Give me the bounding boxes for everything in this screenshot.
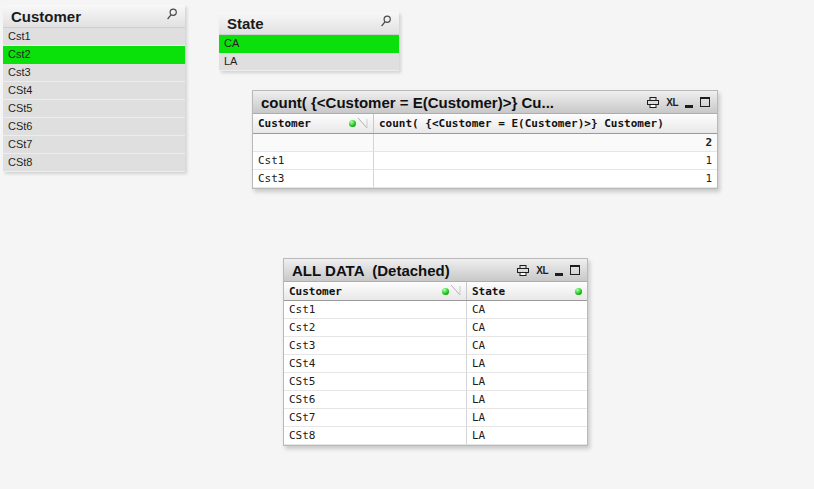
- table-row: CSt6 LA: [284, 391, 587, 409]
- customer-cell[interactable]: CSt6: [284, 391, 467, 409]
- customer-cell[interactable]: Cst1: [284, 301, 467, 319]
- state-cell[interactable]: LA: [467, 355, 587, 373]
- listbox-item-selected[interactable]: CA: [219, 35, 399, 53]
- customer-cell[interactable]: CSt4: [284, 355, 467, 373]
- column-header-state[interactable]: State: [467, 282, 587, 300]
- count-table-caption[interactable]: count( {<Customer = E(Customer)>} Cu... …: [253, 91, 717, 114]
- customer-cell[interactable]: CSt5: [284, 373, 467, 391]
- count-table-title: count( {<Customer = E(Customer)>} Cu...: [261, 94, 554, 111]
- header-tools: [575, 288, 582, 295]
- selection-indicator-icon: [349, 120, 356, 127]
- table-row: Cst3 CA: [284, 337, 587, 355]
- listbox-item[interactable]: Cst1: [3, 28, 185, 46]
- search-icon[interactable]: [378, 14, 393, 32]
- count-table-header: Customer count( {<Customer = E(Customer)…: [253, 114, 717, 134]
- table-row: Cst2 CA: [284, 319, 587, 337]
- state-listbox-caption[interactable]: State: [219, 12, 399, 35]
- customer-cell[interactable]: Cst2: [284, 319, 467, 337]
- value-cell: 1: [374, 170, 717, 188]
- customer-cell[interactable]: Cst1: [253, 152, 374, 170]
- sort-indicator-icon: [450, 283, 461, 299]
- count-table: count( {<Customer = E(Customer)>} Cu... …: [252, 90, 718, 189]
- state-listbox: State CA LA: [219, 12, 399, 71]
- table-row: CSt5 LA: [284, 373, 587, 391]
- excel-export-icon[interactable]: XL: [666, 97, 678, 108]
- state-cell[interactable]: LA: [467, 427, 587, 445]
- state-listbox-items: CA LA: [219, 35, 399, 71]
- table-row: CSt4 LA: [284, 355, 587, 373]
- excel-export-icon[interactable]: XL: [536, 265, 548, 276]
- table-row: CSt8 LA: [284, 427, 587, 445]
- total-customer-cell: [253, 134, 374, 152]
- all-data-table-caption[interactable]: ALL DATA (Detached) XL: [284, 259, 587, 282]
- qlikview-sheet: { "customer_listbox": { "title": "Custom…: [0, 0, 814, 489]
- column-header-label: count( {<Customer = E(Customer)>} Custom…: [379, 117, 664, 130]
- state-cell[interactable]: CA: [467, 301, 587, 319]
- listbox-item[interactable]: Cst3: [3, 64, 185, 82]
- sort-indicator-icon: [357, 116, 368, 132]
- maximize-icon[interactable]: [700, 97, 710, 107]
- customer-cell[interactable]: Cst3: [284, 337, 467, 355]
- value-cell: 1: [374, 152, 717, 170]
- state-cell[interactable]: LA: [467, 409, 587, 427]
- customer-cell[interactable]: CSt8: [284, 427, 467, 445]
- table-row: Cst1 CA: [284, 301, 587, 319]
- listbox-item-selected[interactable]: Cst2: [3, 46, 185, 64]
- column-header-label: State: [472, 285, 505, 298]
- state-cell[interactable]: LA: [467, 391, 587, 409]
- header-tools: [349, 116, 368, 132]
- state-cell[interactable]: CA: [467, 319, 587, 337]
- listbox-item[interactable]: CSt7: [3, 136, 185, 154]
- header-tools: [442, 283, 461, 299]
- customer-listbox-title: Customer: [11, 8, 81, 25]
- listbox-item[interactable]: CSt8: [3, 154, 185, 172]
- all-data-table-title: ALL DATA (Detached): [292, 262, 450, 279]
- state-cell[interactable]: LA: [467, 373, 587, 391]
- customer-listbox-items: Cst1 Cst2 Cst3 CSt4 CSt5 CSt6 CSt7 CSt8: [3, 28, 185, 172]
- column-header-customer[interactable]: Customer: [253, 114, 374, 133]
- listbox-item[interactable]: CSt4: [3, 82, 185, 100]
- column-header-expression[interactable]: count( {<Customer = E(Customer)>} Custom…: [374, 114, 717, 133]
- column-header-label: Customer: [289, 285, 342, 298]
- customer-cell[interactable]: CSt7: [284, 409, 467, 427]
- minimize-icon[interactable]: [685, 105, 693, 108]
- customer-listbox-caption[interactable]: Customer: [3, 5, 185, 28]
- listbox-item[interactable]: CSt5: [3, 100, 185, 118]
- selection-indicator-icon: [575, 288, 582, 295]
- state-cell[interactable]: CA: [467, 337, 587, 355]
- table-row: Cst3 1: [253, 170, 717, 188]
- state-listbox-title: State: [227, 15, 264, 32]
- table-total-row: 2: [253, 134, 717, 152]
- selection-indicator-icon: [442, 288, 449, 295]
- search-icon[interactable]: [164, 7, 179, 25]
- column-header-customer[interactable]: Customer: [284, 282, 467, 300]
- total-value-cell: 2: [374, 134, 717, 152]
- listbox-item[interactable]: CSt6: [3, 118, 185, 136]
- customer-listbox: Customer Cst1 Cst2 Cst3 CSt4 CSt5 CSt6 C…: [3, 5, 185, 172]
- table-row: Cst1 1: [253, 152, 717, 170]
- minimize-icon[interactable]: [555, 273, 563, 276]
- listbox-item[interactable]: LA: [219, 53, 399, 71]
- all-data-table-header: Customer State: [284, 282, 587, 301]
- maximize-icon[interactable]: [570, 265, 580, 275]
- all-data-table: ALL DATA (Detached) XL Customer State Cs…: [283, 258, 588, 446]
- table-row: CSt7 LA: [284, 409, 587, 427]
- customer-cell[interactable]: Cst3: [253, 170, 374, 188]
- column-header-label: Customer: [258, 117, 311, 130]
